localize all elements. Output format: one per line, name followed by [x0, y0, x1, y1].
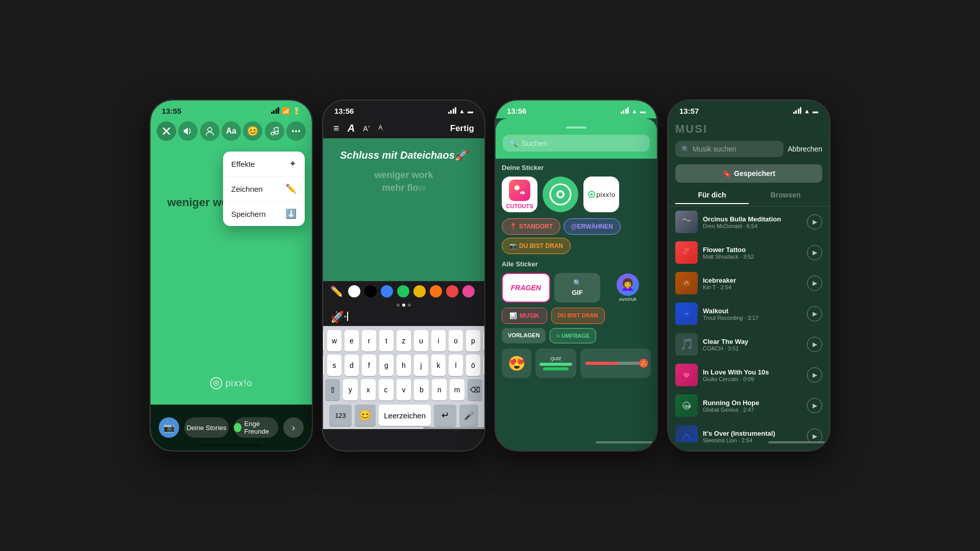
play-flower[interactable]: ▶	[807, 245, 822, 260]
color-yellow[interactable]	[413, 285, 426, 297]
key-backspace[interactable]: ⌫	[468, 379, 482, 400]
brush-icon[interactable]: ✏️	[330, 285, 343, 297]
play-running[interactable]: ▶	[807, 398, 822, 413]
emoji-reaction-sticker[interactable]: 😍	[502, 348, 531, 378]
musik-sticker[interactable]: 📊 MUSIK	[502, 308, 547, 324]
key-i[interactable]: i	[431, 330, 446, 352]
align-icon[interactable]: ≡	[333, 122, 339, 134]
deine-stories-btn[interactable]: Deine Stories	[184, 417, 229, 438]
key-c[interactable]: c	[379, 379, 394, 400]
music-item-orcinus[interactable]: Orcinus Bulla Meditation Dren McDonald ·…	[668, 207, 829, 237]
pixxio-text-sticker[interactable]: pixx!o	[583, 177, 619, 212]
dubistdran-sticker[interactable]: DU BIST DRAN	[551, 308, 605, 324]
key-ae[interactable]: ä	[483, 355, 484, 376]
dropdown-speichern[interactable]: Speichern ⬇️	[223, 202, 305, 226]
music-button[interactable]	[265, 121, 284, 141]
close-button[interactable]	[157, 121, 176, 141]
size-up-icon[interactable]: A+	[363, 124, 370, 133]
key-oe[interactable]: ö	[466, 355, 480, 376]
key-o[interactable]: o	[449, 330, 463, 352]
key-mic[interactable]: 🎤	[459, 405, 478, 426]
key-h[interactable]: h	[397, 355, 411, 376]
cutouts-sticker-app[interactable]: CUTOUTS	[502, 177, 537, 212]
key-t[interactable]: t	[379, 330, 394, 352]
standort-tag[interactable]: 📍 STANDORT	[502, 218, 560, 235]
key-a[interactable]: a	[323, 355, 324, 376]
play-walkout[interactable]: ▶	[807, 306, 822, 321]
stories-avatar[interactable]: 📷	[159, 417, 179, 438]
forward-button[interactable]: ›	[283, 417, 304, 438]
vorlagen-sticker[interactable]: VORLAGEN	[502, 328, 546, 343]
key-x[interactable]: x	[361, 379, 376, 400]
fertig-button[interactable]: Fertig	[450, 123, 474, 134]
music-item-running[interactable]: GG Running On Hope Global Genius · 2:47 …	[668, 390, 829, 421]
quiz-sticker[interactable]: QUIZ	[535, 348, 576, 378]
key-q[interactable]: q	[323, 330, 324, 352]
umfrage-sticker[interactable]: ≡ UMFRAGE	[550, 328, 596, 343]
key-s[interactable]: s	[327, 355, 341, 376]
enge-freunde-btn[interactable]: Enge Freunde	[234, 417, 278, 438]
key-m[interactable]: m	[450, 379, 464, 400]
gespeichert-button[interactable]: 🔖 Gespeichert	[675, 164, 822, 183]
key-v[interactable]: v	[397, 379, 411, 400]
play-orcinus[interactable]: ▶	[807, 214, 822, 230]
color-pink[interactable]	[462, 285, 475, 297]
more-button[interactable]	[286, 121, 306, 141]
erwaehnen-tag[interactable]: @ERWÄHNEN	[564, 218, 621, 235]
key-g[interactable]: g	[379, 355, 394, 376]
text-button[interactable]: Aa	[222, 121, 241, 141]
key-123[interactable]: 123	[329, 405, 352, 426]
slider-sticker[interactable]: 😍	[580, 348, 651, 378]
music-item-clearway[interactable]: 🎵 Clear The Way COACH · 3:51 ▶	[668, 329, 829, 360]
key-u[interactable]: u	[414, 330, 428, 352]
key-ue[interactable]: ü	[483, 330, 484, 352]
color-red[interactable]	[446, 285, 458, 297]
color-black[interactable]	[364, 285, 377, 297]
pixxio-circle-sticker[interactable]	[543, 177, 578, 212]
music-search-input[interactable]: 🔍 Musik suchen	[675, 141, 783, 157]
music-item-itsover[interactable]: It's Over (Instrumental) Sleeping Lion ·…	[668, 421, 829, 442]
abbrechen-button[interactable]: Abbrechen	[788, 145, 822, 153]
avatar-sticker[interactable]: 👩‍🦱 AVATAR	[604, 273, 651, 303]
key-w[interactable]: w	[327, 330, 341, 352]
gif-sticker[interactable]: 🔍 GIF	[554, 273, 601, 303]
music-item-flower[interactable]: Flower Tattoo Matt Shustack · 3:52 ▶	[668, 237, 829, 268]
play-clearway[interactable]: ▶	[807, 337, 822, 352]
key-k[interactable]: k	[431, 355, 446, 376]
key-p[interactable]: p	[466, 330, 480, 352]
music-item-walkout[interactable]: Walkout Trout Recording · 3:17 ▶	[668, 298, 829, 329]
color-orange[interactable]	[430, 285, 442, 297]
dropdown-zeichnen[interactable]: Zeichnen ✏️	[223, 177, 305, 202]
key-l[interactable]: l	[449, 355, 463, 376]
person-button[interactable]	[200, 121, 219, 141]
fragen-sticker[interactable]: FRAGEN	[502, 273, 550, 303]
keyboard[interactable]: q w e r t z u i o p ü a s d f g	[323, 326, 484, 429]
size-down-icon[interactable]: A-	[378, 124, 384, 132]
key-e[interactable]: e	[345, 330, 359, 352]
key-y[interactable]: y	[343, 379, 358, 400]
key-z[interactable]: z	[397, 330, 411, 352]
music-item-inlove[interactable]: In Love With You 10s Giulio Cercato · 0:…	[668, 360, 829, 390]
key-n[interactable]: n	[432, 379, 447, 400]
play-itsover[interactable]: ▶	[807, 429, 822, 442]
color-blue[interactable]	[381, 285, 393, 297]
key-r[interactable]: r	[362, 330, 376, 352]
key-shift[interactable]: ⇧	[325, 379, 340, 400]
color-green[interactable]	[397, 285, 409, 297]
style-a-icon[interactable]: A	[348, 122, 355, 134]
play-icebreaker[interactable]: ▶	[807, 276, 822, 291]
play-inlove[interactable]: ▶	[807, 367, 822, 383]
key-d[interactable]: d	[345, 355, 359, 376]
color-white[interactable]	[348, 285, 360, 297]
key-space[interactable]: Leerzeichen	[379, 405, 431, 426]
music-item-icebreaker[interactable]: Icebreaker Kiri T · 2:54 ▶	[668, 268, 829, 298]
key-emoji[interactable]: 😊	[355, 405, 376, 426]
tab-browsen[interactable]: Browsen	[749, 187, 822, 204]
dropdown-effekte[interactable]: Effekte ✦	[223, 152, 305, 177]
dubistdran-tag[interactable]: 📷 DU BIST DRAN	[502, 238, 571, 254]
sticker-button[interactable]: 😊	[243, 121, 262, 141]
sticker-search-bar[interactable]: 🔍 Suchen	[503, 135, 650, 152]
key-f[interactable]: f	[362, 355, 376, 376]
sound-button[interactable]	[178, 121, 198, 141]
key-b[interactable]: b	[414, 379, 429, 400]
